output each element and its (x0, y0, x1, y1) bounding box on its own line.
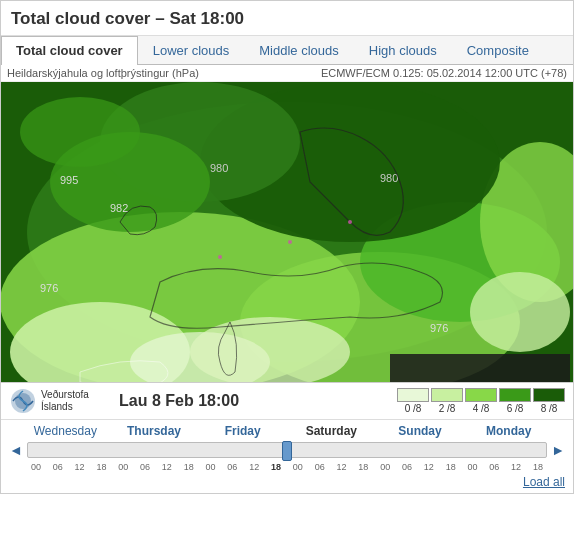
day-wednesday[interactable]: Wednesday (21, 424, 110, 438)
hour-12-3: 12 (247, 462, 261, 472)
hour-00-4: 00 (291, 462, 305, 472)
svg-text:976: 976 (40, 282, 58, 294)
svg-text:995: 995 (60, 174, 78, 186)
map-footer: Veðurstofa Íslands Lau 8 Feb 18:00 0 /8 … (1, 382, 573, 419)
hour-labels: 00 06 12 18 00 06 12 18 00 06 12 18 00 0… (1, 462, 573, 472)
hour-00-6: 00 (465, 462, 479, 472)
legend-color-8 (533, 388, 565, 402)
svg-text:976: 976 (430, 322, 448, 334)
logo-area: Veðurstofa Íslands (9, 387, 109, 415)
day-thursday[interactable]: Thursday (110, 424, 199, 438)
hour-06-4: 06 (313, 462, 327, 472)
day-labels: Wednesday Thursday Friday Saturday Sunda… (1, 420, 573, 438)
svg-text:982: 982 (110, 202, 128, 214)
footer-time: Lau 8 Feb 18:00 (119, 392, 239, 410)
legend-6: 6 /8 (499, 388, 531, 414)
vedurstofa-logo (9, 387, 37, 415)
hour-00-2: 00 (116, 462, 130, 472)
legend-label-4: 4 /8 (473, 403, 490, 414)
hour-18-6: 18 (531, 462, 545, 472)
tab-high-clouds[interactable]: High clouds (354, 36, 452, 64)
legend-color-4 (465, 388, 497, 402)
hour-00-3: 00 (204, 462, 218, 472)
hour-06-3: 06 (225, 462, 239, 472)
legend-bar: 0 /8 2 /8 4 /8 6 /8 8 /8 (249, 388, 565, 414)
legend-0: 0 /8 (397, 388, 429, 414)
map-container: 995 982 976 976 980 980 (1, 82, 573, 382)
hour-18-5: 18 (444, 462, 458, 472)
svg-point-22 (348, 220, 352, 224)
legend-color-0 (397, 388, 429, 402)
map-header-left: Heildarskýjahula og loftþrýstingur (hPa) (7, 67, 199, 79)
legend-label-6: 6 /8 (507, 403, 524, 414)
logo-text: Veðurstofa Íslands (41, 389, 89, 413)
legend-label-8: 8 /8 (541, 403, 558, 414)
slider-row: ◄ ► (1, 438, 573, 462)
hour-00-5: 00 (378, 462, 392, 472)
hour-12-2: 12 (160, 462, 174, 472)
day-monday[interactable]: Monday (464, 424, 553, 438)
hour-00-1: 00 (29, 462, 43, 472)
svg-point-13 (20, 97, 140, 167)
slider-track[interactable] (27, 442, 547, 458)
page-wrapper: Total cloud cover – Sat 18:00 Total clou… (0, 0, 574, 494)
load-all-row: Load all (1, 472, 573, 493)
legend-color-2 (431, 388, 463, 402)
tab-total-cloud-cover[interactable]: Total cloud cover (1, 36, 138, 65)
day-friday[interactable]: Friday (198, 424, 287, 438)
hour-12-6: 12 (509, 462, 523, 472)
hour-18-4: 18 (356, 462, 370, 472)
hour-06-2: 06 (138, 462, 152, 472)
tabs-bar: Total cloud cover Lower clouds Middle cl… (1, 36, 573, 65)
tab-middle-clouds[interactable]: Middle clouds (244, 36, 354, 64)
hour-18-1: 18 (94, 462, 108, 472)
tab-lower-clouds[interactable]: Lower clouds (138, 36, 245, 64)
legend-2: 2 /8 (431, 388, 463, 414)
hour-06-5: 06 (400, 462, 414, 472)
legend-8: 8 /8 (533, 388, 565, 414)
legend-label-2: 2 /8 (439, 403, 456, 414)
svg-point-7 (470, 272, 570, 352)
svg-text:980: 980 (380, 172, 398, 184)
day-saturday[interactable]: Saturday (287, 424, 376, 438)
slider-thumb[interactable] (282, 441, 292, 461)
load-all-link[interactable]: Load all (523, 475, 565, 489)
map-header: Heildarskýjahula og loftþrýstingur (hPa)… (1, 65, 573, 82)
legend-color-6 (499, 388, 531, 402)
hour-18-3: 18 (269, 462, 283, 472)
svg-point-21 (288, 240, 292, 244)
legend-label-0: 0 /8 (405, 403, 422, 414)
hour-12-5: 12 (422, 462, 436, 472)
hour-06-1: 06 (51, 462, 65, 472)
day-sunday[interactable]: Sunday (376, 424, 465, 438)
svg-rect-23 (390, 354, 570, 382)
svg-point-20 (218, 255, 222, 259)
hour-06-6: 06 (487, 462, 501, 472)
hour-12-1: 12 (73, 462, 87, 472)
prev-arrow[interactable]: ◄ (5, 440, 27, 460)
next-arrow[interactable]: ► (547, 440, 569, 460)
tab-composite[interactable]: Composite (452, 36, 544, 64)
hour-18-2: 18 (182, 462, 196, 472)
page-title: Total cloud cover – Sat 18:00 (1, 1, 573, 36)
hour-12-4: 12 (335, 462, 349, 472)
timeline-section: Wednesday Thursday Friday Saturday Sunda… (1, 419, 573, 493)
legend-4: 4 /8 (465, 388, 497, 414)
svg-text:980: 980 (210, 162, 228, 174)
map-header-right: ECMWF/ECM 0.125: 05.02.2014 12:00 UTC (+… (321, 67, 567, 79)
